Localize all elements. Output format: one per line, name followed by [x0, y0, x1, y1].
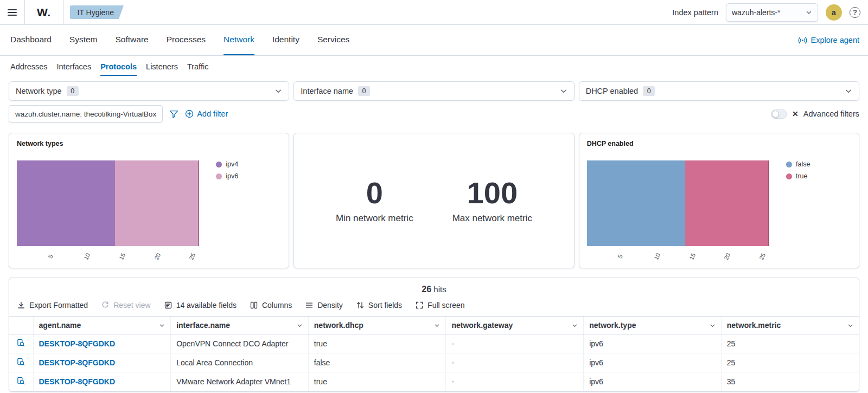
legend-item-ipv4[interactable]: ipv4 [216, 160, 281, 168]
tab-system[interactable]: System [69, 25, 98, 55]
agent-name-link[interactable]: DESKTOP-8QFGDKD [39, 377, 116, 386]
legend-label: ipv4 [226, 160, 238, 168]
column-header-agent-name[interactable]: agent.name [33, 317, 171, 334]
inspect-document-icon[interactable] [17, 358, 25, 366]
bar-segment-ipv4[interactable] [17, 160, 115, 246]
axis-tick-label: 25 [188, 252, 197, 261]
hits-count: 26 [422, 285, 431, 294]
explore-agent-link[interactable]: Explore agent [798, 25, 859, 55]
subtab-interfaces[interactable]: Interfaces [57, 57, 92, 76]
inspect-document-icon[interactable] [17, 339, 25, 347]
legend-dot [216, 173, 222, 179]
available-fields-button[interactable]: 14 available fields [164, 301, 237, 310]
columns-icon [250, 301, 258, 310]
axis-tick-label: 10 [82, 252, 91, 261]
tab-services[interactable]: Services [317, 25, 349, 55]
legend-label: false [796, 160, 810, 168]
tab-software[interactable]: Software [116, 25, 149, 55]
cell-network-dhcp: false [308, 353, 446, 372]
cell-interface-name: OpenVPN Connect DCO Adapter [171, 334, 309, 353]
facet-label: Interface name [301, 87, 353, 95]
legend-item-ipv6[interactable]: ipv6 [216, 172, 281, 180]
bar-segment-ipv6[interactable] [115, 160, 199, 246]
axis-tick-label: 20 [723, 252, 732, 261]
hits-label: hits [433, 285, 446, 294]
breadcrumb[interactable]: IT Hygiene [70, 5, 124, 19]
legend-label: true [796, 172, 808, 180]
help-icon[interactable]: ? [850, 7, 860, 18]
subtab-traffic[interactable]: Traffic [187, 57, 208, 76]
table-header-row: agent.name interface.name network.dhcp n… [9, 317, 859, 334]
filter-bar: wazuh.cluster.name: thecotilking-Virtual… [9, 105, 859, 123]
column-header-network-gateway[interactable]: network.gateway [446, 317, 584, 334]
subtab-protocols[interactable]: Protocols [100, 57, 137, 76]
results-panel: 26 hits Export Formatted Reset view 14 a… [9, 278, 859, 392]
cell-interface-name: VMware Network Adapter VMnet1 [171, 372, 309, 391]
density-button[interactable]: Density [305, 301, 343, 310]
column-header-network-metric[interactable]: network.metric [721, 317, 859, 334]
topbar: W. IT Hygiene Index pattern wazuh-alerts… [0, 0, 868, 25]
axis-tick-label: 10 [653, 252, 661, 261]
filter-funnel-icon[interactable] [169, 109, 178, 119]
filter-pill[interactable]: wazuh.cluster.name: thecotilking-Virtual… [9, 105, 163, 123]
column-header-network-dhcp[interactable]: network.dhcp [308, 317, 446, 334]
bar-segment-true[interactable] [685, 160, 769, 246]
column-header-network-type[interactable]: network.type [584, 317, 722, 334]
sort-fields-button[interactable]: Sort fields [356, 301, 402, 310]
axis-tick-label: 15 [118, 252, 126, 261]
subtab-listeners[interactable]: Listeners [146, 57, 178, 76]
cell-network-gateway: - [446, 334, 584, 353]
axis-tick-label: 25 [758, 252, 767, 261]
facet-dhcp-enabled[interactable]: DHCP enabled 0 [579, 81, 859, 101]
legend-dot [786, 173, 792, 179]
stacked-bar [587, 160, 776, 246]
cell-network-type: ipv6 [584, 353, 722, 372]
bar-segment-false[interactable] [587, 160, 685, 246]
advanced-filters-toggle[interactable] [771, 109, 787, 119]
chevron-down-icon [572, 323, 578, 328]
tab-network[interactable]: Network [224, 25, 254, 55]
chevron-down-icon [275, 87, 282, 95]
refresh-icon [101, 301, 110, 310]
metric-min: 0 Min network metric [336, 177, 413, 224]
facet-label: Network type [16, 87, 62, 95]
agent-name-link[interactable]: DESKTOP-8QFGDKD [39, 339, 116, 348]
menu-icon[interactable] [0, 0, 25, 24]
wazuh-logo[interactable]: W. [25, 6, 63, 19]
legend-dot [786, 162, 792, 167]
legend-dot [216, 162, 222, 167]
tab-processes[interactable]: Processes [167, 25, 206, 55]
toggle-off-x-icon[interactable]: ✕ [792, 110, 799, 118]
legend-item-false[interactable]: false [786, 160, 851, 168]
index-pattern-select[interactable]: wazuh-alerts-* [726, 3, 818, 22]
cell-network-type: ipv6 [584, 334, 722, 353]
inspect-document-icon[interactable] [17, 377, 25, 385]
tab-dashboard[interactable]: Dashboard [10, 25, 52, 55]
columns-button[interactable]: Columns [250, 301, 292, 310]
table-row: DESKTOP-8QFGDKD Local Area Connection fa… [9, 353, 859, 372]
tab-identity[interactable]: Identity [272, 25, 299, 55]
column-header-interface-name[interactable]: interface.name [171, 317, 309, 334]
reset-view-button[interactable]: Reset view [101, 301, 150, 310]
chart-legend: falsetrue [776, 150, 851, 261]
axis-tick-label: 5 [617, 254, 624, 260]
cell-interface-name: Local Area Connection [171, 353, 309, 372]
agent-name-link[interactable]: DESKTOP-8QFGDKD [39, 358, 116, 367]
explore-agent-label: Explore agent [811, 36, 859, 44]
add-filter-label: Add filter [197, 109, 228, 118]
avatar[interactable]: a [826, 4, 842, 21]
export-formatted-button[interactable]: Export Formatted [17, 301, 88, 310]
download-icon [17, 301, 25, 310]
network-types-chart: 510152025 [17, 150, 206, 261]
facet-count-badge: 0 [358, 86, 370, 96]
chart-title: Network types [17, 140, 281, 147]
subtab-addresses[interactable]: Addresses [10, 57, 48, 76]
add-filter-button[interactable]: Add filter [185, 109, 228, 118]
facet-network-type[interactable]: Network type 0 [9, 81, 289, 101]
facet-interface-name[interactable]: Interface name 0 [293, 81, 574, 101]
full-screen-button[interactable]: Full screen [415, 301, 464, 310]
stacked-bar [17, 160, 206, 246]
header-lead [9, 317, 33, 334]
cell-network-metric: 35 [721, 372, 859, 391]
legend-item-true[interactable]: true [786, 172, 851, 180]
